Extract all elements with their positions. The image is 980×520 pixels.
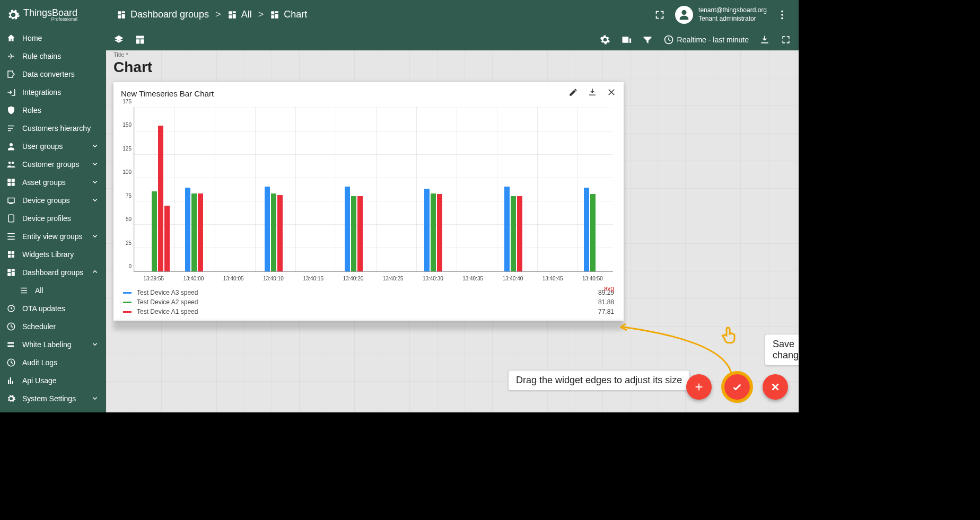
bar [152, 191, 157, 271]
bar [158, 126, 163, 271]
domain-icon [6, 178, 16, 187]
user-menu[interactable]: tenant@thingsboard.org Tenant administra… [675, 6, 767, 24]
legend-swatch [123, 311, 132, 313]
bar [191, 193, 197, 272]
chart-plot: 0255075100125150175 13:39:5513:40:0013:4… [118, 103, 617, 284]
save-changes-button[interactable] [724, 374, 750, 400]
dashboard-icon [6, 268, 16, 277]
chart-widget[interactable]: New Timeseries Bar Chart 025507510012515… [113, 82, 624, 321]
nav: HomeRule chainsData convertersIntegratio… [0, 29, 106, 412]
export-icon[interactable] [759, 34, 770, 45]
crumb-separator: > [258, 9, 264, 20]
usage-icon [6, 376, 16, 385]
sidebar-item-label: Device groups [22, 196, 70, 205]
legend-swatch [123, 302, 132, 303]
sidebar-item-api-usage[interactable]: Api Usage [0, 372, 106, 390]
widget-shadow [113, 322, 624, 330]
timewindow-button[interactable]: Realtime - last minute [663, 34, 749, 45]
sidebar-item-scheduler[interactable]: Scheduler [0, 318, 106, 336]
close-icon[interactable] [607, 87, 616, 99]
bar [584, 188, 589, 271]
sidebar-item-label: White Labeling [22, 340, 72, 349]
sidebar-item-device-profiles[interactable]: Device profiles [0, 209, 106, 227]
sidebar-item-rule-chains[interactable]: Rule chains [0, 47, 106, 65]
sidebar-item-ota-updates[interactable]: OTA updates [0, 299, 106, 318]
sidebar-item-white-labeling[interactable]: White Labeling [0, 336, 106, 354]
sidebar-item-label: System Settings [22, 394, 76, 403]
sidebar-item-label: Integrations [22, 88, 61, 96]
brand-gear-icon [6, 8, 20, 22]
annotation-drag: Drag the widget edges to adjust its size [508, 370, 690, 391]
svg-point-4 [781, 10, 783, 12]
sidebar-item-system-settings[interactable]: System Settings [0, 390, 106, 408]
sidebar-item-all[interactable]: All [0, 281, 106, 299]
sidebar-item-home[interactable]: Home [0, 29, 106, 47]
sidebar-item-customers-hierarchy[interactable]: Customers hierarchy [0, 119, 106, 137]
logo[interactable]: ThingsBoard Professional [0, 0, 106, 29]
dashboard-canvas[interactable]: Title * Chart New Timeseries Bar Chart 0… [106, 50, 799, 412]
brand-edition: Professional [23, 16, 77, 22]
chevron-down-icon [90, 141, 100, 152]
cancel-changes-button[interactable] [763, 374, 788, 400]
chevron-down-icon [90, 177, 100, 188]
more-vert-icon[interactable] [776, 9, 788, 21]
bar [277, 195, 283, 271]
crumb-dashboard-groups[interactable]: Dashboard groups [117, 9, 209, 20]
sidebar-item-device-groups[interactable]: Device groups [0, 191, 106, 209]
svg-rect-0 [8, 215, 14, 222]
crumb-all[interactable]: All [228, 9, 252, 20]
sidebar-item-entity-view-groups[interactable]: Entity view groups [0, 227, 106, 245]
fullscreen-icon[interactable] [781, 34, 791, 45]
chart-legend: avg Test Device A3 speed89.29Test Device… [113, 284, 624, 321]
dashboard-toolbar: Realtime - last minute [106, 29, 799, 50]
ota-icon [6, 304, 16, 313]
legend-row[interactable]: Test Device A2 speed81.88 [123, 298, 614, 306]
legend-swatch [123, 292, 132, 294]
clock-icon [6, 322, 16, 331]
bar [437, 194, 442, 271]
pencil-icon[interactable] [568, 87, 578, 99]
user-email: tenant@thingsboard.org [698, 6, 767, 15]
bar [345, 187, 350, 271]
legend-avg: 81.88 [598, 298, 614, 306]
sidebar: ThingsBoard Professional HomeRule chains… [0, 0, 106, 412]
sidebar-item-customer-groups[interactable]: Customer groups [0, 155, 106, 173]
home-icon [6, 33, 16, 43]
sidebar-item-integrations[interactable]: Integrations [0, 83, 106, 101]
crumb-chart[interactable]: Chart [270, 9, 307, 20]
sidebar-item-roles[interactable]: Roles [0, 101, 106, 119]
sidebar-item-data-converters[interactable]: Data converters [0, 65, 106, 83]
sidebar-item-user-groups[interactable]: User groups [0, 137, 106, 155]
layout-icon[interactable] [135, 34, 145, 45]
rules-icon [6, 51, 16, 61]
chevron-down-icon [90, 195, 100, 206]
sidebar-item-label: Dashboard groups [22, 268, 83, 277]
title-field-label: Title * [113, 51, 152, 58]
sidebar-item-label: All [35, 286, 43, 295]
profile-icon [6, 214, 16, 223]
bar [357, 196, 363, 271]
legend-row[interactable]: Test Device A3 speed89.29 [123, 289, 614, 296]
expand-dashboard-icon[interactable] [654, 9, 666, 21]
bar [265, 187, 270, 271]
sidebar-item-label: User groups [22, 142, 63, 151]
legend-row[interactable]: Test Device A1 speed77.81 [123, 308, 614, 315]
layers-icon[interactable] [113, 34, 124, 45]
sidebar-item-audit-logs[interactable]: Audit Logs [0, 354, 106, 372]
crumb-separator: > [215, 9, 221, 20]
sidebar-item-asset-groups[interactable]: Asset groups [0, 173, 106, 191]
gear-icon[interactable] [600, 34, 610, 45]
bar [424, 189, 430, 271]
add-widget-button[interactable] [686, 374, 712, 400]
legend-label: Test Device A3 speed [137, 289, 198, 296]
download-icon[interactable] [588, 87, 597, 99]
avatar [675, 6, 693, 24]
sidebar-item-label: OTA updates [22, 304, 65, 313]
entity-aliases-icon[interactable] [621, 34, 632, 45]
pointer-hand-icon [720, 326, 739, 345]
sidebar-item-widgets-library[interactable]: Widgets Library [0, 245, 106, 263]
page-title[interactable]: Chart [113, 59, 152, 76]
sidebar-item-label: Rule chains [22, 52, 61, 60]
filter-icon[interactable] [642, 34, 653, 45]
sidebar-item-dashboard-groups[interactable]: Dashboard groups [0, 263, 106, 281]
